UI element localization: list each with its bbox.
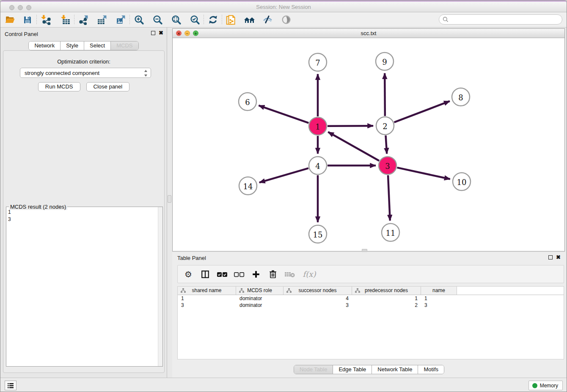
import-network-icon[interactable] [40,14,52,26]
node-label: 9 [382,58,387,66]
open-session-icon[interactable] [4,14,16,26]
search-field[interactable] [439,14,562,25]
export-table-icon[interactable] [96,14,108,26]
node-label: 8 [458,93,463,102]
table-cell[interactable]: 3 [284,302,352,309]
network-window-title: scc.txt [173,30,564,36]
deselect-all-icon[interactable] [234,269,245,280]
hide-selected-icon[interactable] [261,14,273,26]
node-3[interactable]: 3 [379,157,396,174]
first-neighbors-icon[interactable] [244,14,256,26]
column-header-MCDS-role[interactable]: MCDS role [236,287,284,295]
zoom-in-icon[interactable] [133,14,145,26]
network-canvas[interactable]: 7968124314101511 [173,38,564,251]
table-row[interactable]: 1dominator411 [178,295,564,302]
close-panel-icon[interactable]: ✖ [159,31,163,35]
edge-1-6[interactable] [259,105,308,123]
node-2[interactable]: 2 [376,117,394,135]
tab-network-table[interactable]: Network Table [372,365,418,374]
close-panel-button[interactable]: Close panel [86,82,130,91]
delete-table-icon [284,269,295,280]
tab-select[interactable]: Select [84,41,110,50]
export-image-icon[interactable] [115,14,127,26]
column-header-successor-nodes[interactable]: successor nodes [284,287,352,295]
node-label: 15 [313,230,323,239]
node-label: 1 [315,122,320,131]
edge-1-2[interactable] [328,126,373,126]
new-network-from-selection-icon[interactable] [225,14,237,26]
node-9[interactable]: 9 [376,52,394,70]
zoom-out-icon[interactable] [151,14,163,26]
mcds-result-text[interactable]: 1 3 [8,209,11,223]
control-panel-tabs: NetworkStyleSelectMCDS [28,41,138,50]
delete-column-icon[interactable] [267,269,278,280]
float-panel-icon[interactable] [151,31,155,35]
node-10[interactable]: 10 [453,173,471,190]
edge-2-9[interactable] [385,73,385,116]
table-cell[interactable]: 1 [421,295,457,302]
edge-2-3[interactable] [385,135,387,154]
node-14[interactable]: 14 [239,177,257,195]
apply-layout-icon[interactable] [207,14,219,26]
tab-edge-table[interactable]: Edge Table [333,365,372,374]
table-close-icon[interactable]: ✖ [556,255,561,259]
node-label: 11 [386,229,396,237]
tab-node-table[interactable]: Node Table [294,365,333,374]
table-cell[interactable]: 2 [352,302,421,309]
tab-mcds[interactable]: MCDS [110,41,138,50]
network-window-titlebar[interactable]: ✕ − + scc.txt [173,29,564,38]
export-network-icon[interactable] [77,14,89,26]
column-header-name[interactable]: name [421,287,457,295]
edge-4-14[interactable] [259,168,308,182]
node-15[interactable]: 15 [309,225,327,243]
toggle-column-view-icon[interactable] [200,269,211,280]
table-toolbar: ⚙ [177,265,564,283]
node-11[interactable]: 11 [382,224,399,241]
edge-3-11[interactable] [388,175,390,221]
table-settings-icon[interactable]: ⚙ [183,269,194,280]
column-header-shared-name[interactable]: shared name [178,287,236,295]
save-session-icon[interactable] [22,14,33,26]
table-cell[interactable]: 1 [352,295,421,302]
table-cell[interactable]: dominator [236,302,284,309]
zoom-selected-icon[interactable] [189,14,201,26]
result-scrollbar[interactable] [158,207,162,366]
table-cell[interactable]: 3 [178,302,236,309]
import-table-icon[interactable] [59,14,71,26]
table-cell[interactable]: dominator [236,295,284,302]
zoom-fit-content-icon[interactable] [170,14,182,26]
node-8[interactable]: 8 [452,88,470,106]
node-label: 2 [383,122,387,131]
add-column-icon[interactable] [250,269,261,280]
table-row[interactable]: 3dominator323 [178,302,564,309]
tab-motifs[interactable]: Motifs [418,365,444,374]
node-7[interactable]: 7 [309,53,327,71]
show-hidden-icon[interactable] [280,14,292,26]
control-panel-title: Control Panel [5,31,38,37]
table-cell[interactable]: 3 [421,302,457,309]
run-mcds-button[interactable]: Run MCDS [38,82,80,91]
table-cell[interactable]: 4 [284,295,352,302]
search-icon [443,17,449,22]
node-table: shared nameMCDS rolesuccessor nodesprede… [177,286,564,359]
dropdown-arrows-icon [144,69,148,77]
node-1[interactable]: 1 [309,117,327,135]
task-history-button[interactable] [5,381,17,390]
tab-style[interactable]: Style [60,41,84,50]
column-header-predecessor-nodes[interactable]: predecessor nodes [352,287,421,295]
node-6[interactable]: 6 [239,93,256,110]
tab-network[interactable]: Network [29,41,60,50]
table-float-icon[interactable] [548,255,553,259]
search-input[interactable] [449,16,562,23]
criterion-dropdown[interactable]: strongly connected component [20,68,151,78]
node-label: 4 [315,162,320,171]
node-4[interactable]: 4 [309,157,327,174]
edge-3-10[interactable] [397,168,450,179]
network-resize-grip[interactable] [362,249,367,252]
select-all-icon[interactable] [217,269,228,280]
table-cell[interactable]: 1 [178,295,236,302]
edge-2-8[interactable] [394,101,450,122]
memory-button[interactable]: Memory [528,381,563,390]
panel-divider-grip[interactable] [168,195,171,203]
edge-3-1[interactable] [328,132,379,161]
